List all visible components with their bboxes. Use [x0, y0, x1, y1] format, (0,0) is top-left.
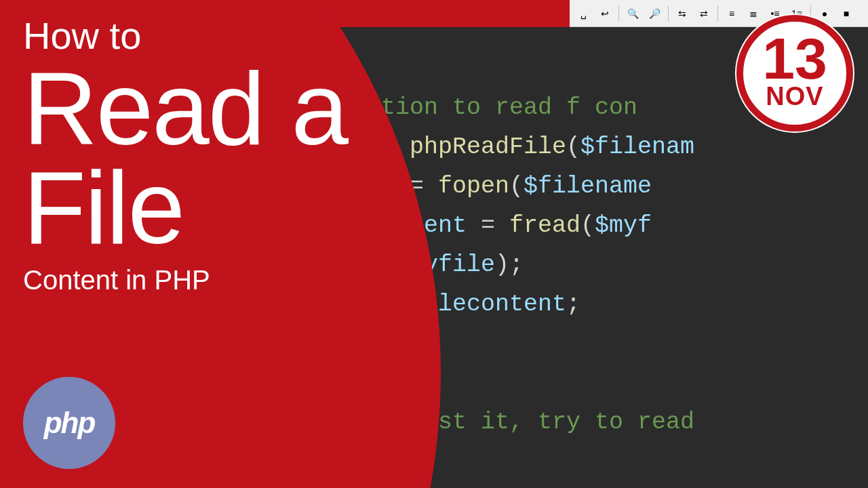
toolbar-separator [618, 5, 619, 22]
compare-icon[interactable]: ⇄ [694, 4, 713, 23]
stop-record-icon[interactable]: ■ [837, 4, 856, 23]
zoom-out-icon[interactable]: 🔎 [645, 4, 664, 23]
outdent-icon[interactable]: ≣ [744, 4, 763, 23]
title-block: How to Read a File Content in PHP [23, 14, 347, 296]
php-logo-text: php [44, 406, 95, 440]
code-token: ); [495, 251, 524, 279]
code-token: con [580, 94, 637, 121]
code-token: $myf [595, 212, 652, 239]
zoom-in-icon[interactable]: 🔍 [623, 4, 642, 23]
sync-scroll-icon[interactable]: ⇆ [673, 4, 692, 23]
code-token: = [467, 212, 509, 239]
code-token: phpReadFile [410, 134, 566, 161]
title-main-2: File [23, 161, 347, 256]
code-token: ( [580, 212, 595, 239]
code-token: $filename [524, 173, 652, 200]
toolbar-separator [717, 5, 718, 22]
title-suffix: Content in PHP [23, 265, 347, 296]
code-token: fread [509, 212, 580, 239]
indent-icon[interactable]: ≡ [722, 4, 741, 23]
title-main-1: Read a [23, 62, 347, 157]
code-token: $filenam [580, 134, 694, 161]
date-badge: 13 NOV [736, 15, 853, 131]
show-spaces-icon[interactable]: ␣ [574, 4, 593, 23]
code-token: ; [566, 291, 580, 318]
date-month: NOV [766, 82, 823, 111]
date-day: 13 [762, 35, 827, 82]
php-logo-badge: php [23, 377, 115, 469]
toolbar-separator [668, 5, 669, 22]
code-token: ( [566, 134, 580, 161]
code-token: fopen [438, 173, 509, 200]
thumbnail-stage: ␣↩🔍🔎⇆⇄≡≣•≡1≡●■ 7891011 A function to rea… [0, 0, 868, 488]
word-wrap-icon[interactable]: ↩ [595, 4, 614, 23]
code-token: ( [509, 173, 524, 200]
